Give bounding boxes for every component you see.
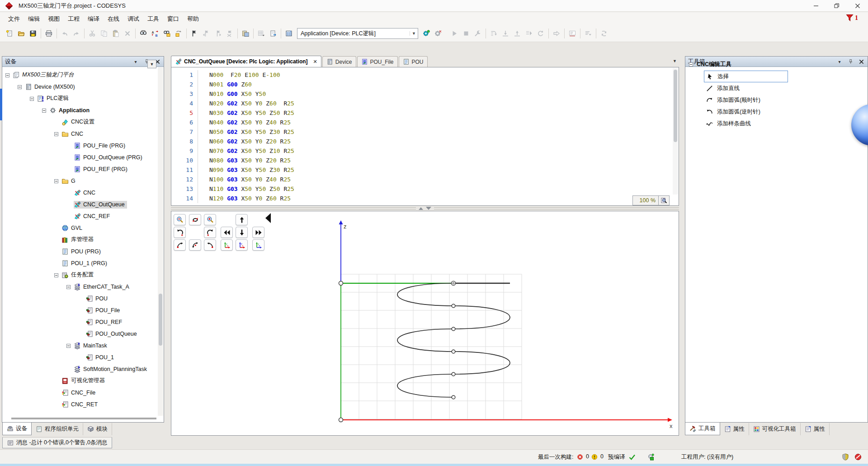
tree-item-CNC设置[interactable]: CNC设置: [3, 116, 158, 128]
dock-tab-属性[interactable]: 属性: [720, 423, 749, 435]
insert-table-button[interactable]: [255, 28, 267, 39]
code-line[interactable]: 14N120 G03 X50 Y0 Z60 R25: [171, 194, 679, 203]
menu-帮助[interactable]: 帮助: [183, 13, 203, 25]
logout-button[interactable]: [432, 28, 444, 39]
view-turn-ccw-button[interactable]: [174, 239, 186, 251]
editor-zoom-button[interactable]: [659, 195, 670, 205]
tree-item-CNC[interactable]: GCNC: [3, 187, 158, 199]
cnc-path-viewport[interactable]: zx yxzxyz: [171, 211, 679, 436]
menu-工具[interactable]: 工具: [143, 13, 163, 25]
tree-item-POU_REF (PRG)[interactable]: POU_REF (PRG): [3, 163, 158, 175]
tree-item-SoftMotion_PlanningTask[interactable]: SoftMotion_PlanningTask: [3, 363, 158, 375]
open-project-button[interactable]: [15, 28, 27, 39]
device-tree-vertical-scrollbar[interactable]: [158, 67, 163, 416]
splitter-up-grip[interactable]: [419, 207, 423, 210]
copy-button[interactable]: [98, 28, 110, 39]
tree-item-EtherCAT_Task_A[interactable]: EtherCAT_Task_A: [3, 281, 158, 293]
find-button[interactable]: [137, 28, 149, 39]
tree-item-MX500三轴龙门平台[interactable]: MX500三轴龙门平台: [3, 69, 158, 81]
menu-编译[interactable]: 编译: [84, 13, 104, 25]
navigator-tab-设备[interactable]: 设备: [2, 423, 32, 435]
dock-tab-可视化工具箱[interactable]: 可视化工具箱: [749, 423, 801, 435]
code-line[interactable]: 1N000 F20 E100 E-100: [171, 70, 679, 80]
replace-button[interactable]: AB: [149, 28, 161, 39]
navigator-tab-模块[interactable]: 模块: [83, 423, 112, 435]
editor-tab-POU_File[interactable]: POU_File: [357, 56, 398, 67]
toolbox-item-选择[interactable]: 选择: [704, 71, 788, 82]
collapse-icon[interactable]: [689, 62, 693, 67]
close-tab-icon[interactable]: ✕: [313, 59, 317, 65]
tree-item-CNC_REF[interactable]: GCNC_REF: [3, 210, 158, 222]
tree-item-G[interactable]: G: [3, 175, 158, 187]
view-zoom-in-button[interactable]: [204, 214, 216, 225]
code-line[interactable]: 3N010 G00 X50 Y50: [171, 89, 679, 99]
save-button[interactable]: [27, 28, 39, 39]
jump-button[interactable]: [551, 28, 562, 39]
view-rotate-button[interactable]: [189, 214, 201, 225]
menu-视图[interactable]: 视图: [44, 13, 64, 25]
security-shield-icon[interactable]: [842, 453, 849, 461]
replace-objects-button[interactable]: [173, 28, 184, 39]
tree-item-POU_OutQueue (PRG)[interactable]: POU_OutQueue (PRG): [3, 152, 158, 163]
tree-item-POU_OutQueue[interactable]: POU_OutQueue: [3, 328, 158, 340]
toolbox-item-添加圆弧(逆时针)[interactable]: 添加圆弧(逆时针): [704, 106, 788, 118]
toolbox-item-添加样条曲线[interactable]: 添加样条曲线: [704, 118, 788, 129]
tree-item-POU[interactable]: POU: [3, 293, 158, 304]
tree-expander-icon[interactable]: [54, 132, 61, 136]
menu-调试[interactable]: 调试: [123, 13, 143, 25]
tree-expander-icon[interactable]: [66, 344, 74, 348]
code-line[interactable]: 6N040 G02 X50 Y0 Z40 R25: [171, 118, 679, 127]
viewport-toolbar-collapse-icon[interactable]: [265, 213, 271, 223]
menu-文件[interactable]: 文件: [4, 13, 24, 25]
code-line[interactable]: 11N090 G03 X50 Y50 Z30 R25: [171, 165, 679, 175]
code-line[interactable]: 9N070 G02 X50 Y50 Z10 R25: [171, 146, 679, 156]
start-button[interactable]: [448, 28, 460, 39]
stop-button[interactable]: [460, 28, 472, 39]
minimize-button[interactable]: [806, 0, 826, 12]
new-project-button[interactable]: [4, 28, 15, 39]
new-page-button[interactable]: [267, 28, 279, 39]
print-button[interactable]: [43, 28, 55, 39]
tree-expander-icon[interactable]: [18, 85, 25, 89]
toolbox-item-添加直线[interactable]: 添加直线: [704, 82, 788, 94]
toggle-breakpoint-button[interactable]: [472, 28, 484, 39]
code-line[interactable]: 7N050 G02 X50 Y50 Z30 R25: [171, 127, 679, 137]
code-line[interactable]: 2N001 G00 Z60: [171, 80, 679, 89]
tree-item-POU_1[interactable]: POU_1: [3, 352, 158, 363]
view-move-right-button[interactable]: [252, 227, 264, 238]
login-button[interactable]: [420, 28, 432, 39]
tree-item-CNC_OutQueue[interactable]: GCNC_OutQueue: [3, 199, 158, 210]
editor-vertical-scrollbar[interactable]: [673, 68, 678, 195]
menu-在线[interactable]: 在线: [104, 13, 123, 25]
editor-tab-POU[interactable]: POU: [399, 56, 428, 67]
panel-menu-icon[interactable]: ▾: [132, 58, 139, 65]
step-into-button[interactable]: [500, 28, 511, 39]
panel-menu-icon[interactable]: ▾: [836, 58, 843, 65]
tree-item-CNC[interactable]: CNC: [3, 128, 158, 140]
view-turn-cw-button[interactable]: [204, 239, 216, 251]
connection-error-icon[interactable]: [854, 453, 862, 461]
reset-button[interactable]: [535, 28, 547, 39]
code-line[interactable]: 13N110 G03 X50 Y50 Z50 R25: [171, 184, 679, 194]
tree-item-可视化管理器[interactable]: 可视化管理器: [3, 375, 158, 387]
tree-item-库管理器[interactable]: 库管理器: [3, 234, 158, 246]
close-button[interactable]: [847, 0, 868, 12]
tree-expander-icon[interactable]: [54, 179, 61, 183]
code-line[interactable]: 4N020 G02 X50 Y0 Z60 R25: [171, 99, 679, 108]
tree-item-MainTask[interactable]: MainTask: [3, 340, 158, 352]
previous-bookmark-button[interactable]: [200, 28, 212, 39]
pin-icon[interactable]: [847, 58, 854, 65]
gateway-status-icon[interactable]: [647, 453, 655, 461]
tree-expander-icon[interactable]: [54, 273, 61, 277]
next-bookmark-button[interactable]: [212, 28, 224, 39]
tree-expander-icon[interactable]: [66, 285, 74, 289]
view-zoom-out-button[interactable]: [174, 214, 186, 225]
navigator-tab-程序组织单元[interactable]: 程序组织单元: [32, 423, 83, 435]
tree-expander-icon[interactable]: [42, 109, 49, 113]
events-button[interactable]: [283, 28, 295, 39]
view-move-down-button[interactable]: [236, 227, 248, 238]
tree-item-Device (MX500)[interactable]: Device (MX500): [3, 81, 158, 93]
menu-编辑[interactable]: 编辑: [24, 13, 44, 25]
view-move-up-button[interactable]: [236, 214, 248, 225]
view-move-left-button[interactable]: [221, 227, 233, 238]
